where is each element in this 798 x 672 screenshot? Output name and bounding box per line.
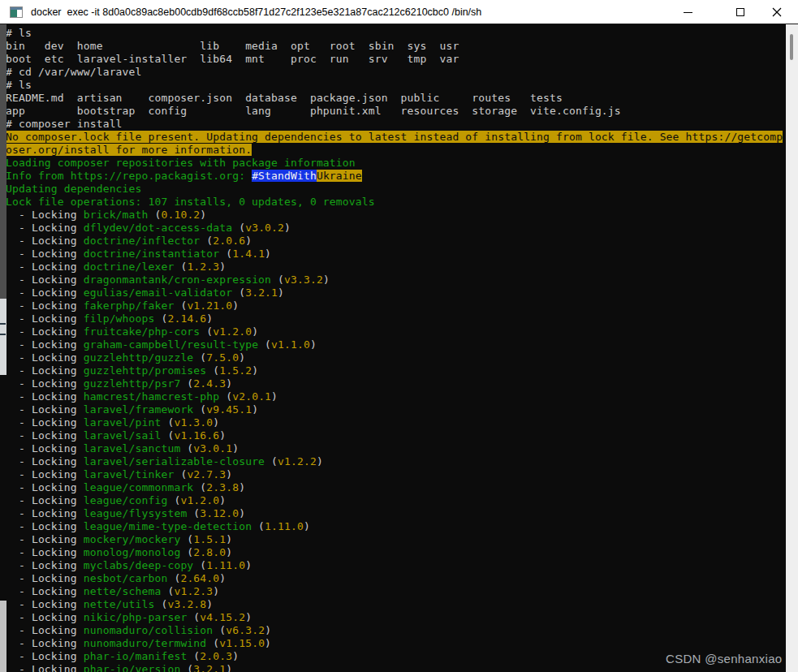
terminal-line: - Locking nunomaduro/termwind (v1.15.0)	[6, 637, 783, 650]
terminal-line: No composer.lock file present. Updating …	[6, 131, 783, 144]
background-window-fragment-bottom	[0, 601, 6, 672]
terminal-output: # lsbin dev home lib media opt root sbin…	[6, 27, 783, 672]
terminal-line: - Locking league/commonmark (2.3.8)	[6, 481, 783, 494]
terminal-line: app bootstrap config lang phpunit.xml re…	[6, 105, 783, 118]
terminal-line: - Locking league/flysystem (3.12.0)	[6, 507, 783, 520]
terminal-line: bin dev home lib media opt root sbin sys…	[6, 40, 783, 53]
terminal-line: - Locking fakerphp/faker (v1.21.0)	[6, 299, 783, 312]
terminal-line: - Locking laravel/sail (v1.16.6)	[6, 429, 783, 442]
terminal-line: - Locking filp/whoops (2.14.6)	[6, 312, 783, 325]
terminal-line: - Locking mockery/mockery (1.5.1)	[6, 533, 783, 546]
terminal-line: - Locking dragonmantank/cron-expression …	[6, 274, 783, 286]
terminal-line: README.md artisan composer.json database…	[6, 92, 783, 105]
terminal-line: - Locking dflydev/dot-access-data (v3.0.…	[6, 222, 783, 235]
terminal-line: - Locking laravel/sanctum (v3.0.1)	[6, 442, 783, 455]
terminal-line: - Locking laravel/pint (v1.3.0)	[6, 416, 783, 429]
terminal-line: - Locking guzzlehttp/psr7 (2.4.3)	[6, 377, 783, 390]
background-window-fragment-top	[0, 24, 6, 299]
titlebar: docker exec -it 8d0a0c89ac8eb00cdb9df68c…	[0, 0, 798, 24]
terminal-viewport[interactable]: # lsbin dev home lib media opt root sbin…	[0, 25, 786, 672]
terminal-line: oser.org/install for more information.	[6, 144, 783, 157]
terminal-line: - Locking laravel/serializable-closure (…	[6, 455, 783, 468]
terminal-line: - Locking fruitcake/php-cors (v1.2.0)	[6, 325, 783, 338]
close-button[interactable]	[761, 0, 792, 24]
terminal-line: - Locking laravel/framework (v9.45.1)	[6, 403, 783, 416]
terminal-line: - Locking nunomaduro/collision (v6.3.2)	[6, 624, 783, 637]
background-window-fragment-middle	[0, 299, 6, 375]
terminal-line: - Locking league/mime-type-detection (1.…	[6, 520, 783, 533]
maximize-button[interactable]	[725, 0, 756, 24]
terminal-line: Updating dependencies	[6, 183, 783, 196]
scrollbar[interactable]	[786, 24, 798, 672]
terminal-line: Loading composer repositories with packa…	[6, 157, 783, 170]
console-window-icon	[10, 6, 23, 18]
minimize-button[interactable]	[672, 0, 703, 24]
terminal-line: - Locking nesbot/carbon (2.64.0)	[6, 572, 783, 585]
terminal-line: - Locking monolog/monolog (2.8.0)	[6, 546, 783, 559]
terminal-line: - Locking league/config (v1.2.0)	[6, 494, 783, 507]
terminal-line: - Locking doctrine/instantiator (1.4.1)	[6, 248, 783, 261]
terminal-line: - Locking guzzlehttp/guzzle (7.5.0)	[6, 351, 783, 364]
terminal-line: - Locking laravel/tinker (v2.7.3)	[6, 468, 783, 481]
fragment-line-icon	[0, 334, 6, 335]
terminal-line: Lock file operations: 107 installs, 0 up…	[6, 196, 783, 209]
terminal-line: - Locking graham-campbell/result-type (v…	[6, 338, 783, 351]
window-title: docker exec -it 8d0a0c89ac8eb00cdb9df68c…	[31, 6, 481, 18]
terminal-line: - Locking guzzlehttp/promises (1.5.2)	[6, 364, 783, 377]
terminal-line: - Locking hamcrest/hamcrest-php (v2.0.1)	[6, 390, 783, 403]
terminal-line: - Locking doctrine/lexer (1.2.3)	[6, 261, 783, 274]
terminal-line: # ls	[6, 79, 783, 92]
maximize-icon	[736, 8, 744, 16]
terminal-line: boot etc laravel-installer lib64 mnt pro…	[6, 53, 783, 66]
scrollbar-thumb[interactable]	[790, 34, 793, 60]
fragment-line-icon	[0, 323, 6, 325]
minimize-icon	[684, 12, 692, 13]
terminal-line: # ls	[6, 27, 783, 40]
terminal-line: - Locking nikic/php-parser (v4.15.2)	[6, 611, 783, 624]
watermark: CSDN @senhanxiao	[666, 652, 782, 666]
terminal-line: # composer install	[6, 118, 783, 131]
terminal-line: - Locking doctrine/inflector (2.0.6)	[6, 235, 783, 248]
terminal-line: Info from https://repo.packagist.org: #S…	[6, 170, 783, 183]
terminal-line: - Locking nette/utils (v3.2.8)	[6, 598, 783, 611]
terminal-line: - Locking nette/schema (v1.2.3)	[6, 585, 783, 598]
terminal-line: - Locking egulias/email-validator (3.2.1…	[6, 286, 783, 299]
terminal-line: # cd /var/www/laravel	[6, 66, 783, 79]
close-icon	[772, 7, 782, 17]
terminal-line: - Locking brick/math (0.10.2)	[6, 209, 783, 222]
terminal-line: - Locking myclabs/deep-copy (1.11.0)	[6, 559, 783, 572]
